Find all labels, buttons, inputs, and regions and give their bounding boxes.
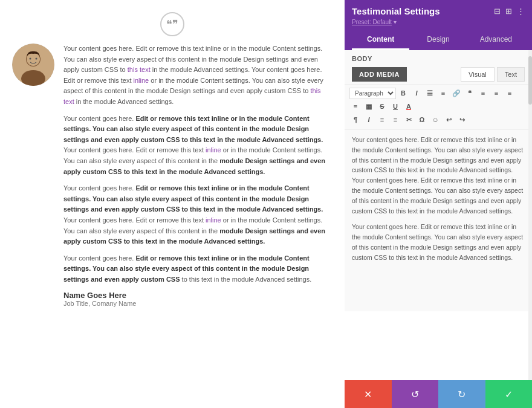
svg-point-4 xyxy=(30,58,31,60)
redo-toolbar-button[interactable]: ↪ xyxy=(456,114,468,126)
tab-design[interactable]: Design xyxy=(409,30,467,50)
expand-icon[interactable]: ⊞ xyxy=(505,7,512,16)
text-view-button[interactable]: Text xyxy=(497,67,525,82)
left-panel: ❝❞ xyxy=(0,0,345,408)
quote-icon: ❝❞ xyxy=(160,12,184,36)
redo-button[interactable]: ↻ xyxy=(438,380,485,408)
settings-tabs: Content Design Advanced xyxy=(352,30,525,50)
settings-title-row: Testimonial Settings ⊟ ⊞ ⋮ xyxy=(352,6,525,16)
header-icons: ⊟ ⊞ ⋮ xyxy=(494,7,525,16)
scroll-indicator[interactable] xyxy=(528,50,532,380)
tab-content[interactable]: Content xyxy=(352,30,409,50)
font-color-button[interactable]: A xyxy=(403,100,415,112)
align-left-button[interactable]: ≡ xyxy=(477,87,489,99)
toolbar-row-1: Paragraph Heading 1 Heading 2 B I ☰ ≡ 🔗 … xyxy=(349,87,527,112)
cancel-button[interactable]: ✕ xyxy=(345,380,392,408)
blockquote-button[interactable]: ❝ xyxy=(464,87,476,99)
save-button[interactable]: ✓ xyxy=(485,380,533,408)
body-label: Body xyxy=(345,50,532,65)
cut-button[interactable]: ✂ xyxy=(403,114,415,126)
action-bar: ✕ ↺ ↻ ✓ xyxy=(345,380,532,408)
editor-paragraph-1: Your content goes here. Edit or remove t… xyxy=(352,135,525,216)
align-justify-button[interactable]: ≡ xyxy=(349,100,362,112)
editor-content[interactable]: Your content goes here. Edit or remove t… xyxy=(345,130,532,311)
right-panel-inner: Body ADD MEDIA Visual Text Paragraph Hea… xyxy=(345,50,532,380)
view-toggle: Visual Text xyxy=(461,67,525,82)
preset-label: Preset: Default ▾ xyxy=(352,19,525,25)
strikethrough-button[interactable]: S xyxy=(376,100,388,112)
link-button[interactable]: 🔗 xyxy=(450,87,462,99)
undo-icon: ↺ xyxy=(411,389,419,400)
pilcrow-button[interactable]: ¶ xyxy=(349,114,362,126)
minimize-icon[interactable]: ⊟ xyxy=(494,7,501,16)
right-panel: Testimonial Settings ⊟ ⊞ ⋮ Preset: Defau… xyxy=(345,0,532,408)
settings-header: Testimonial Settings ⊟ ⊞ ⋮ Preset: Defau… xyxy=(345,0,532,50)
emoji-button[interactable]: ☺ xyxy=(429,114,441,126)
tab-advanced[interactable]: Advanced xyxy=(467,30,525,50)
body-paragraph-3: Your content goes here. Edit or remove t… xyxy=(63,183,332,247)
align-center-button[interactable]: ≡ xyxy=(490,87,502,99)
author-section: Name Goes Here Job Title, Comany Name xyxy=(63,291,332,307)
svg-point-3 xyxy=(27,53,40,66)
cancel-icon: ✕ xyxy=(364,389,372,400)
toolbar-row-2: ¶ I ≡ ≡ ✂ Ω ☺ ↩ ↪ xyxy=(349,114,527,126)
more-icon[interactable]: ⋮ xyxy=(517,7,525,16)
author-title: Job Title, Comany Name xyxy=(63,300,332,307)
main-container: ❝❞ xyxy=(0,0,532,408)
omega-button[interactable]: Ω xyxy=(416,114,428,126)
undo-button[interactable]: ↺ xyxy=(392,380,439,408)
align-right-button[interactable]: ≡ xyxy=(504,87,516,99)
add-media-button[interactable]: ADD MEDIA xyxy=(352,67,407,82)
settings-body: Body ADD MEDIA Visual Text Paragraph Hea… xyxy=(345,50,532,311)
body-paragraph-1: Your content goes here. Edit or remove t… xyxy=(63,44,332,108)
text-content: Your content goes here. Edit or remove t… xyxy=(63,44,332,307)
unordered-list-button[interactable]: ☰ xyxy=(424,87,436,99)
undo-toolbar-button[interactable]: ↩ xyxy=(443,114,455,126)
bold-button[interactable]: B xyxy=(397,87,409,99)
testimonial-content: Your content goes here. Edit or remove t… xyxy=(12,44,332,307)
quote-icon-container: ❝❞ xyxy=(12,12,332,36)
paragraph-select[interactable]: Paragraph Heading 1 Heading 2 xyxy=(349,88,396,99)
editor-toolbar: Paragraph Heading 1 Heading 2 B I ☰ ≡ 🔗 … xyxy=(345,84,532,130)
preset-value[interactable]: Preset: Default xyxy=(352,19,392,25)
italic2-button[interactable]: I xyxy=(363,114,375,126)
body-paragraph-4: Your content goes here. Edit or remove t… xyxy=(63,253,332,285)
scroll-thumb xyxy=(528,56,532,105)
avatar-container xyxy=(12,44,54,307)
editor-paragraph-2: Your content goes here. Edit or remove t… xyxy=(352,222,525,262)
svg-point-5 xyxy=(36,58,37,60)
table-button[interactable]: ▦ xyxy=(363,100,375,112)
underline-button[interactable]: U xyxy=(389,100,401,112)
add-media-row: ADD MEDIA Visual Text xyxy=(345,65,532,84)
body-paragraph-2: Your content goes here. Edit or remove t… xyxy=(63,114,332,178)
settings-title: Testimonial Settings xyxy=(352,6,440,16)
save-icon: ✓ xyxy=(505,389,513,400)
indent-button[interactable]: ≡ xyxy=(376,114,388,126)
visual-view-button[interactable]: Visual xyxy=(461,67,495,82)
italic-button[interactable]: I xyxy=(410,87,423,99)
outdent-button[interactable]: ≡ xyxy=(389,114,401,126)
avatar xyxy=(12,44,54,86)
author-name: Name Goes Here xyxy=(63,291,332,300)
redo-icon: ↻ xyxy=(458,389,465,400)
ordered-list-button[interactable]: ≡ xyxy=(437,87,449,99)
